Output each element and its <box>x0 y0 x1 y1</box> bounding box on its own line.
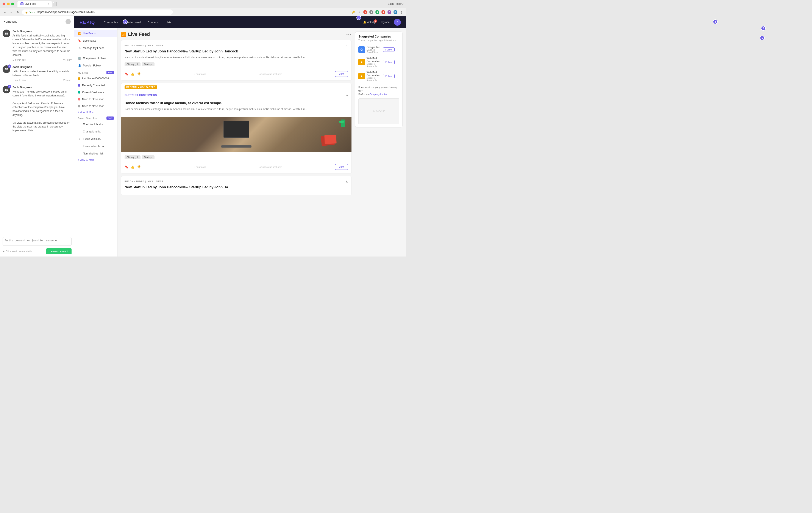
refresh-button[interactable]: ↻ <box>16 10 20 15</box>
company-lookup-link[interactable]: Company Lookup <box>369 93 388 96</box>
url-text: https://marvelapp.com/10di69ag/screen/33… <box>37 10 95 14</box>
feed-card-1-time: 2 hours ago <box>194 73 206 75</box>
google-logo: G <box>358 46 365 53</box>
view-more-searches-button[interactable]: + View 12 More <box>74 157 117 162</box>
sidebar-item-list-3[interactable]: Need to close soon <box>74 96 117 103</box>
list-name: Current Customers <box>82 91 104 94</box>
sidebar-search-1[interactable]: ○ Cras quis nulla. <box>74 128 117 135</box>
comment-input[interactable] <box>3 237 71 246</box>
feed-more-button[interactable]: ••• <box>346 32 352 37</box>
comment-item: ZB 1 Zach Brugman Left column provides t… <box>3 65 71 81</box>
sidebar-item-live-feeds[interactable]: 📶 Live Feeds <box>74 30 117 37</box>
comment-meta: 1 month ago ↩ Reply <box>12 79 71 81</box>
nav-activity-button[interactable]: 🔔 Activity 4 <box>363 21 375 24</box>
follow-button-google[interactable]: Follow <box>383 48 395 52</box>
list-color-dot <box>78 105 80 107</box>
sidebar-search-3[interactable]: ○ Fusce vehicula do. <box>74 143 117 150</box>
thumbs-down-icon[interactable]: 👎 <box>137 72 141 76</box>
new-tab-button[interactable]: ⬜ <box>52 1 58 7</box>
feed-center: 📶 Live Feed ••• RECOMMENDED | LOCAL NEWS… <box>121 31 352 253</box>
search-icon: ○ <box>78 137 81 141</box>
leave-comment-button[interactable]: Leave comment <box>46 248 71 254</box>
follow-button-walmart-2[interactable]: Follow <box>383 74 395 78</box>
my-lists-new-button[interactable]: New <box>107 71 114 74</box>
sidebar-search-4[interactable]: ○ Nam dapibus nisl. <box>74 150 117 157</box>
collapse-icon-3[interactable]: ∧ <box>346 180 348 183</box>
avatar: ZB <box>3 30 10 37</box>
feed-card-2-actions: 🔖 👍 👎 2 hours ago chicago.cbslocal.com V… <box>124 162 348 170</box>
extension-icon-red: N <box>363 10 367 14</box>
view-button-1[interactable]: View <box>335 71 348 77</box>
reply-button[interactable]: ↩ Reply <box>63 79 71 81</box>
url-bar[interactable]: 🔒 Secure https://marvelapp.com/10di69ag/… <box>22 9 173 15</box>
tab-close-button[interactable]: × <box>48 3 49 5</box>
annotation-badge-2: 2 <box>8 85 11 88</box>
search-name: Fusce vehicula. <box>83 137 101 140</box>
sidebar-item-manage-feeds[interactable]: ⚙ Manage My Feeds <box>74 45 117 52</box>
feed-card-3: RECOMMENDED | LOCAL NEWS ∧ New Startup L… <box>121 176 352 195</box>
reply-button[interactable]: ↩ Reply <box>63 58 71 61</box>
saved-searches-new-button[interactable]: New <box>107 116 114 120</box>
nav-upgrade-button[interactable]: Upgrade <box>380 21 389 24</box>
collapse-icon[interactable]: ∧ <box>346 93 348 97</box>
sidebar-item-list-1[interactable]: Recently Contacted <box>74 82 117 89</box>
browser-titlebar: M Live Feed × ⬜ Zach - RepIQ <box>0 0 406 8</box>
browser-window-controls <box>3 3 14 5</box>
feed-tag: Startups <box>142 62 154 66</box>
bookmark-action-icon[interactable]: 🔖 <box>124 165 128 169</box>
nav-item-contacts[interactable]: Contacts <box>148 20 158 25</box>
more-options-icon[interactable]: ⋮ <box>396 60 399 64</box>
sidebar-item-people-follow[interactable]: 👤 People I Follow <box>74 62 117 69</box>
follow-button-walmart-1[interactable]: Follow <box>383 60 395 64</box>
sidebar-item-companies-follow[interactable]: 🏢 Companies I Follow <box>74 55 117 62</box>
close-panel-button[interactable]: × <box>65 19 71 24</box>
comment-time: 1 month ago <box>12 79 26 81</box>
maximize-window-button[interactable] <box>11 3 14 5</box>
forward-button[interactable]: → <box>9 10 14 15</box>
feed-sidebar: 📶 Live Feeds 🔖 Bookmarks ⚙ Manage My Fee… <box>74 28 117 256</box>
add-annotation-button[interactable]: ⊕ Click to add an annotation <box>3 250 33 253</box>
sidebar-item-list-0[interactable]: List Name 0000000016 <box>74 75 117 82</box>
star-icon[interactable]: ☆ <box>357 10 361 14</box>
thumbs-down-icon[interactable]: 👎 <box>137 165 141 169</box>
feed-card-1-inner: RECOMMENDED | LOCAL NEWS × New Startup L… <box>121 40 351 80</box>
company-lookup-text: Know what company you are looking for? P… <box>358 85 399 96</box>
suggested-company-name: Wal-Mart Corporation <box>367 71 381 77</box>
feed-card-1-source: chicago.cbslocal.com <box>259 73 282 75</box>
more-options-icon[interactable]: ⋮ <box>396 75 399 78</box>
nav-item-companies[interactable]: Companies <box>104 20 118 25</box>
suggested-company-name: Wal-Mart Corporation <box>367 57 381 63</box>
feed-card-2-source: chicago.cbslocal.com <box>259 166 282 168</box>
view-more-lists-button[interactable]: + View 12 More <box>74 110 117 115</box>
card-close-button[interactable]: × <box>346 44 348 47</box>
comment-panel-header: Home.png × <box>0 17 74 27</box>
thumbs-up-icon[interactable]: 👍 <box>131 165 135 169</box>
search-name: Curabitur lobortis. <box>83 123 104 126</box>
annotation-3: 3 <box>356 17 361 20</box>
list-name: Need to close soon <box>82 105 104 108</box>
close-window-button[interactable] <box>3 3 5 5</box>
suggested-subtitle: These companies might interest you <box>358 39 399 42</box>
sidebar-item-list-4[interactable]: Need to close soon <box>74 103 117 110</box>
browser-tab[interactable]: M Live Feed × <box>18 1 52 7</box>
sidebar-item-bookmarks[interactable]: 🔖 Bookmarks <box>74 37 117 45</box>
back-button[interactable]: ← <box>3 10 7 15</box>
bookmark-action-icon[interactable]: 🔖 <box>124 72 128 76</box>
nav-item-lists[interactable]: Lists <box>166 20 171 25</box>
user-avatar[interactable]: Z <box>394 19 401 26</box>
feed-section-card: RECENTLY CONTACTED CURRENT CUSTOMERS ∧ D… <box>121 83 352 174</box>
comment-item: ZB 2 Zach Brugman Home and Trending are … <box>3 86 71 134</box>
search-icon: ○ <box>78 144 81 148</box>
sidebar-search-2[interactable]: ○ Fusce vehicula. <box>74 135 117 143</box>
more-options-icon[interactable]: ⋮ <box>396 48 399 51</box>
view-button-2[interactable]: View <box>335 164 348 170</box>
sidebar-search-0[interactable]: ○ Curabitur lobortis. <box>74 120 117 128</box>
menu-icon[interactable]: ⋮ <box>400 10 403 14</box>
live-feeds-icon: 📶 <box>78 32 81 35</box>
sidebar-item-list-2[interactable]: Current Customers <box>74 89 117 96</box>
minimize-window-button[interactable] <box>7 3 10 5</box>
comment-meta: 1 month ago ↩ Reply <box>12 58 71 61</box>
building-icon: 🏢 <box>78 56 81 60</box>
thumbs-up-icon[interactable]: 👍 <box>131 72 135 76</box>
list-color-dot <box>78 91 80 93</box>
